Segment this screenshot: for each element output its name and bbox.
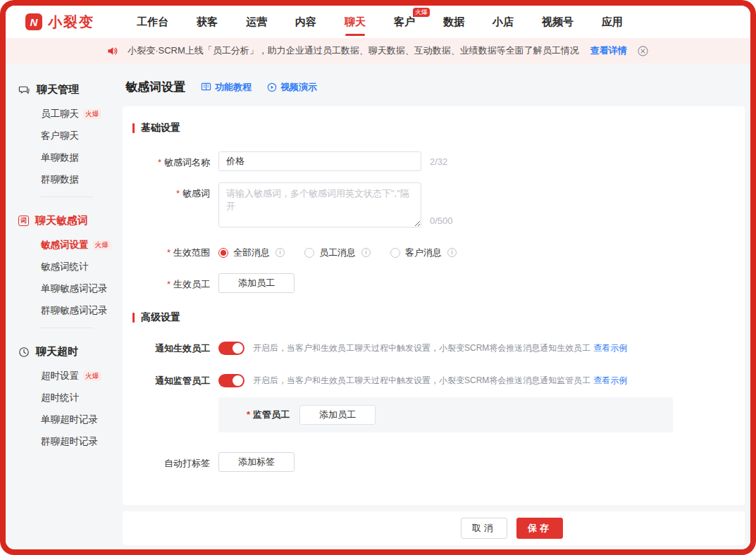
radio-employee-messages[interactable]: 员工消息 i xyxy=(304,247,371,259)
tag-row: 自动打标签 添加标签 xyxy=(132,452,745,472)
nav-item-operation[interactable]: 运营 xyxy=(246,6,267,38)
nav-item-content[interactable]: 内容 xyxy=(295,6,316,38)
page-title: 敏感词设置 xyxy=(125,79,185,95)
nav-item-customer-label: 客户 xyxy=(394,15,415,29)
add-supervisor-button[interactable]: 添加员工 xyxy=(299,405,376,425)
desc-text: 开启后，当客户和生效员工聊天过程中触发设置，小裂变SCRM将会推送消息通知生效员… xyxy=(253,343,590,353)
radio-label: 员工消息 xyxy=(319,247,356,259)
radio-customer-messages[interactable]: 客户消息 i xyxy=(390,247,457,259)
brand-logo[interactable]: N 小裂变 xyxy=(25,13,94,32)
info-icon[interactable]: i xyxy=(447,248,457,257)
notice-detail-link[interactable]: 查看详情 xyxy=(590,44,627,57)
window-frame: N 小裂变 工作台 获客 运营 内容 聊天 客户火爆 数据 小店 视频号 应用 … xyxy=(0,0,756,555)
radio-label: 客户消息 xyxy=(405,247,442,259)
notify-active-row: 通知生效员工 开启后，当客户和生效员工聊天过程中触发设置，小裂变SCRM将会推送… xyxy=(132,341,745,355)
name-label: 敏感词名称 xyxy=(132,151,210,171)
settings-card: 基础设置 敏感词名称 2/32 敏感词 0/500 xyxy=(123,106,745,505)
notice-close-icon[interactable] xyxy=(637,45,649,57)
notice-bar: 小裂变·SCRM上线「员工分析」，助力企业通过员工数据、聊天数据、互动数据、业绩… xyxy=(6,38,750,63)
nav-item-customer[interactable]: 客户火爆 xyxy=(394,6,415,38)
radio-circle xyxy=(304,248,314,258)
sidebar-divider xyxy=(41,197,93,197)
video-demo-link[interactable]: 视频演示 xyxy=(267,81,317,94)
sidebar-item-label: 超时设置 xyxy=(41,371,79,381)
nav-item-acquisition[interactable]: 获客 xyxy=(197,6,218,38)
sidebar-item-employee-chat[interactable]: 员工聊天火爆 xyxy=(41,109,117,119)
sidebar-item-label: 员工聊天 xyxy=(41,109,79,119)
advanced-settings-title: 高级设置 xyxy=(132,311,745,324)
notify-supervisor-toggle[interactable] xyxy=(218,374,244,387)
notify-active-label: 通知生效员工 xyxy=(132,341,210,355)
view-example-link[interactable]: 查看示例 xyxy=(593,343,627,353)
basic-settings-title: 基础设置 xyxy=(132,122,745,135)
scope-radio-group: 全部消息 i 员工消息 i 客户消息 xyxy=(218,242,457,259)
app-window: N 小裂变 工作台 获客 运营 内容 聊天 客户火爆 数据 小店 视频号 应用 … xyxy=(6,6,750,549)
info-icon[interactable]: i xyxy=(361,248,371,257)
sidebar-item-single-chat-timeout-records[interactable]: 单聊超时记录 xyxy=(41,415,117,425)
nav-item-video[interactable]: 视频号 xyxy=(542,6,574,38)
nav-item-data[interactable]: 数据 xyxy=(443,6,464,38)
sidebar-section-chat-management[interactable]: 聊天管理 xyxy=(18,83,117,96)
name-row: 敏感词名称 2/32 xyxy=(132,151,745,171)
sidebar-item-group-chat-sensitive-records[interactable]: 群聊敏感词记录 xyxy=(41,306,117,316)
sidebar-item-single-chat-data[interactable]: 单聊数据 xyxy=(41,153,117,163)
words-label: 敏感词 xyxy=(132,182,210,227)
hot-badge: 火爆 xyxy=(93,240,111,250)
staff-row: 生效员工 添加员工 xyxy=(132,273,745,293)
sidebar-item-group-chat-data[interactable]: 群聊数据 xyxy=(41,175,117,185)
sidebar-item-sensitive-word-stats[interactable]: 敏感词统计 xyxy=(41,262,117,272)
main-content: 敏感词设置 功能教程 视频演示 基础设置 敏感词名称 xyxy=(117,63,750,549)
sidebar-section-sensitive-words[interactable]: 词 聊天敏感词 xyxy=(18,214,117,227)
notify-supervisor-label: 通知监管员工 xyxy=(132,373,210,387)
radio-circle xyxy=(390,248,400,258)
sidebar-item-customer-chat[interactable]: 客户聊天 xyxy=(41,131,117,141)
notice-text: 小裂变·SCRM上线「员工分析」，助力企业通过员工数据、聊天数据、互动数据、业绩… xyxy=(128,44,579,57)
nav-item-workbench[interactable]: 工作台 xyxy=(137,6,168,38)
word-badge-icon: 词 xyxy=(18,216,29,226)
sidebar-items: 超时设置火爆 超时统计 单聊超时记录 群聊超时记录 xyxy=(41,371,117,447)
top-nav: N 小裂变 工作台 获客 运营 内容 聊天 客户火爆 数据 小店 视频号 应用 xyxy=(6,6,750,38)
page-title-row: 敏感词设置 功能教程 视频演示 xyxy=(125,79,745,95)
nav-item-shop[interactable]: 小店 xyxy=(492,6,514,38)
view-example-link[interactable]: 查看示例 xyxy=(593,375,627,385)
tag-label: 自动打标签 xyxy=(132,452,210,472)
nav-item-chat[interactable]: 聊天 xyxy=(345,6,366,38)
sidebar-item-group-chat-timeout-records[interactable]: 群聊超时记录 xyxy=(41,437,117,447)
tutorial-link-label: 功能教程 xyxy=(215,81,252,94)
sidebar-section-chat-timeout[interactable]: 聊天超时 xyxy=(18,345,117,358)
add-staff-button[interactable]: 添加员工 xyxy=(218,273,295,293)
name-counter: 2/32 xyxy=(430,156,447,167)
sidebar-item-label: 敏感词设置 xyxy=(41,240,89,250)
info-icon[interactable]: i xyxy=(275,248,285,257)
words-counter: 0/500 xyxy=(430,216,453,226)
cancel-button[interactable]: 取消 xyxy=(461,518,507,539)
notify-active-toggle[interactable] xyxy=(218,342,244,355)
sidebar-section-title: 聊天管理 xyxy=(37,83,79,96)
notify-supervisor-row: 通知监管员工 开启后，当客户和生效员工聊天过程中触发设置，小裂变SCRM将会推送… xyxy=(132,373,745,387)
words-row: 敏感词 0/500 xyxy=(132,182,745,227)
clock-icon xyxy=(18,347,30,358)
nav-menu: 工作台 获客 运营 内容 聊天 客户火爆 数据 小店 视频号 应用 xyxy=(137,6,623,38)
tutorial-link[interactable]: 功能教程 xyxy=(201,81,252,94)
sidebar-item-timeout-stats[interactable]: 超时统计 xyxy=(41,393,117,403)
save-button[interactable]: 保存 xyxy=(516,518,563,539)
scope-row: 生效范围 全部消息 i 员工消息 xyxy=(132,242,745,259)
sidebar: 聊天管理 员工聊天火爆 客户聊天 单聊数据 群聊数据 词 聊天敏感词 敏感词设置… xyxy=(6,63,117,549)
add-tag-button[interactable]: 添加标签 xyxy=(218,452,295,472)
chat-bubbles-icon xyxy=(18,84,30,96)
sidebar-item-single-chat-sensitive-records[interactable]: 单聊敏感词记录 xyxy=(41,284,117,294)
scope-label: 生效范围 xyxy=(132,242,210,259)
sidebar-item-sensitive-word-settings[interactable]: 敏感词设置火爆 xyxy=(41,240,117,250)
sensitive-words-textarea[interactable] xyxy=(218,182,421,227)
notify-supervisor-desc: 开启后，当客户和生效员工聊天过程中触发设置，小裂变SCRM将会推送消息通知监管员… xyxy=(253,375,627,387)
sidebar-section-title: 聊天敏感词 xyxy=(35,214,88,227)
sensitive-word-name-input[interactable] xyxy=(218,151,421,171)
brand-name: 小裂变 xyxy=(48,13,94,32)
nav-item-apps[interactable]: 应用 xyxy=(602,6,623,38)
sidebar-divider xyxy=(41,328,93,328)
sidebar-item-timeout-settings[interactable]: 超时设置火爆 xyxy=(41,371,117,381)
staff-label: 生效员工 xyxy=(132,273,210,293)
brand-logo-icon: N xyxy=(25,13,42,30)
radio-all-messages[interactable]: 全部消息 i xyxy=(218,247,285,259)
play-circle-icon xyxy=(267,82,277,92)
